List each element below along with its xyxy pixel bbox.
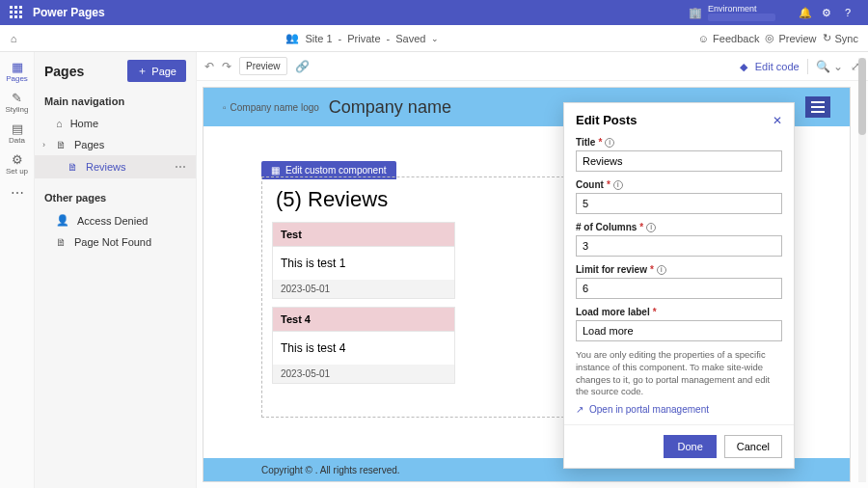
review-card: Test 4 This is test 4 2023-05-01 (272, 307, 455, 384)
hamburger-menu-icon[interactable] (805, 96, 830, 118)
card-body: This is test 1 (273, 247, 454, 280)
card-date: 2023-05-01 (273, 365, 454, 383)
site-name: Site 1 (305, 33, 332, 44)
site-breadcrumb[interactable]: 👥 Site 1 - Private - Saved ⌄ (27, 32, 698, 44)
vscode-icon (740, 61, 751, 72)
sync-icon: ↻ (823, 32, 831, 44)
external-link-icon: ↗ (576, 404, 583, 415)
info-icon[interactable]: i (605, 138, 614, 148)
sites-icon: 👥 (285, 32, 299, 44)
label-title: Title (576, 137, 595, 148)
nav-reviews[interactable]: 🗎Reviews⋯ (35, 155, 196, 178)
site-save-state: Saved (395, 33, 425, 44)
item-more-icon[interactable]: ⋯ (175, 160, 186, 174)
info-icon[interactable]: i (613, 180, 623, 190)
label-loadmore: Load more label (576, 307, 650, 317)
app-launcher-icon[interactable] (10, 6, 23, 19)
card-title: Test (281, 229, 302, 240)
rail-pages[interactable]: ▦Pages (0, 56, 35, 87)
sidebar-heading: Pages (44, 64, 84, 79)
card-body: This is test 4 (273, 332, 454, 365)
site-subbar: ⌂ 👥 Site 1 - Private - Saved ⌄ ☺Feedback… (0, 25, 868, 52)
undo-icon[interactable]: ↶ (204, 60, 214, 73)
main-nav-label: Main navigation (35, 90, 196, 113)
done-button[interactable]: Done (664, 435, 716, 458)
plus-icon: ＋ (137, 64, 148, 78)
pages-icon: ▦ (0, 60, 35, 74)
redo-icon[interactable]: ↷ (222, 60, 231, 73)
data-icon: ▤ (0, 122, 35, 136)
rail-styling[interactable]: ✎Styling (0, 87, 35, 118)
environment-picker[interactable]: 🏢 Environment (689, 4, 775, 21)
canvas-scrollbar[interactable] (858, 58, 866, 482)
page-icon: 🗎 (56, 139, 67, 150)
chevron-down-icon: ⌄ (431, 34, 439, 43)
canvas-toolbar: ↶ ↷ Preview 🔗 Edit code 🔍 ⌄ ⤢ (197, 52, 868, 81)
info-icon[interactable]: i (646, 223, 656, 232)
pages-sidebar: Pages ＋Page Main navigation ⌂Home ›🗎Page… (35, 52, 197, 488)
modal-help-text: You are only editing the properties of a… (576, 349, 782, 398)
chevron-right-icon: › (42, 140, 45, 149)
rail-data[interactable]: ▤Data (0, 118, 35, 149)
product-name: Power Pages (33, 6, 105, 19)
company-name: Company name (329, 97, 451, 118)
rail-setup[interactable]: ⚙Set up (0, 149, 35, 179)
site-privacy: Private (347, 33, 380, 44)
styling-icon: ✎ (0, 91, 35, 105)
card-title: Test 4 (281, 313, 311, 325)
link-icon[interactable]: 🔗 (295, 60, 310, 73)
page-icon: 🗎 (56, 236, 67, 248)
logo-placeholder: ▫Company name logo (223, 102, 319, 113)
preview-icon: ◎ (765, 32, 774, 44)
nav-access-denied[interactable]: 👤Access Denied (35, 209, 196, 231)
other-pages-label: Other pages (35, 186, 196, 209)
setup-icon: ⚙ (0, 152, 35, 167)
rail-more-icon[interactable]: ⋯ (11, 185, 24, 201)
open-portal-link[interactable]: ↗Open in portal management (576, 404, 782, 415)
label-limit: Limit for review (576, 264, 647, 275)
info-icon[interactable]: i (657, 265, 666, 275)
preview-toggle[interactable]: Preview (239, 57, 287, 75)
nav-home[interactable]: ⌂Home (35, 113, 196, 134)
environment-icon: 🏢 (689, 7, 702, 19)
close-icon[interactable]: ✕ (773, 114, 782, 127)
limit-input[interactable] (576, 278, 782, 299)
feedback-button[interactable]: ☺Feedback (698, 33, 760, 44)
loadmore-input[interactable] (576, 320, 782, 341)
page-icon: 🗎 (68, 161, 78, 173)
new-page-button[interactable]: ＋Page (127, 60, 186, 82)
design-canvas: ↶ ↷ Preview 🔗 Edit code 🔍 ⌄ ⤢ ▫Company n… (197, 52, 868, 488)
modal-title: Edit Posts (576, 113, 637, 127)
settings-icon[interactable]: ⚙ (816, 7, 837, 19)
review-card: Test This is test 1 2023-05-01 (272, 222, 455, 299)
sync-button[interactable]: ↻Sync (823, 32, 858, 44)
help-icon[interactable]: ? (837, 7, 858, 18)
scrollbar-thumb[interactable] (858, 58, 866, 135)
feedback-icon: ☺ (698, 33, 709, 44)
notifications-icon[interactable]: 🔔 (795, 7, 816, 19)
home-page-icon: ⌂ (56, 118, 63, 129)
zoom-icon[interactable]: 🔍 ⌄ (816, 60, 843, 73)
app-topbar: Power Pages 🏢 Environment 🔔 ⚙ ? (0, 0, 868, 25)
columns-input[interactable] (576, 235, 782, 257)
home-icon[interactable]: ⌂ (0, 33, 27, 44)
left-rail: ▦Pages ✎Styling ▤Data ⚙Set up ⋯ (0, 52, 35, 488)
environment-label: Environment (708, 4, 775, 14)
environment-name-placeholder (708, 14, 775, 21)
preview-button[interactable]: ◎Preview (765, 32, 816, 44)
card-date: 2023-05-01 (273, 280, 454, 298)
nav-not-found[interactable]: 🗎Page Not Found (35, 231, 196, 253)
title-input[interactable] (576, 150, 782, 172)
count-input[interactable] (576, 193, 782, 214)
cancel-button[interactable]: Cancel (724, 435, 782, 458)
edit-posts-modal: Edit Posts ✕ Title*i Count*i # of Column… (563, 102, 795, 469)
nav-pages[interactable]: ›🗎Pages (35, 134, 196, 155)
edit-code-button[interactable]: Edit code (740, 61, 800, 72)
label-count: Count (576, 179, 604, 190)
user-icon: 👤 (56, 214, 69, 227)
label-columns: # of Columns (576, 222, 637, 232)
